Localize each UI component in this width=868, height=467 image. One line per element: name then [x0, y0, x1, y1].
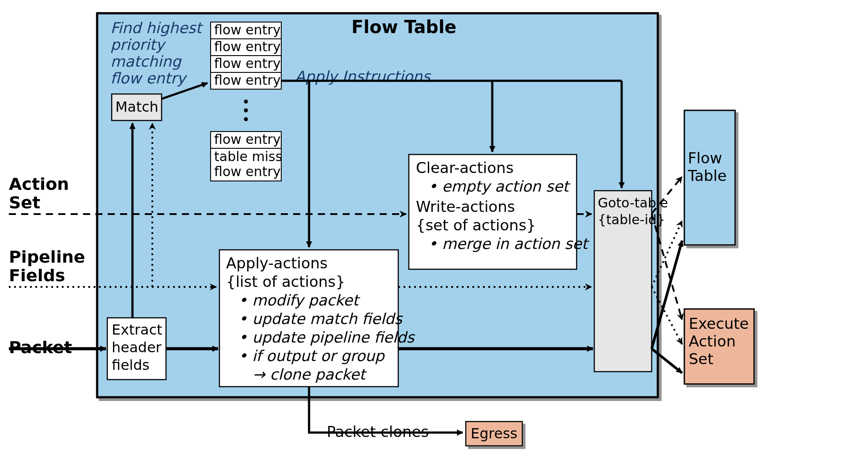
flow-entries-bottom: flow entry table missflow entry	[211, 132, 282, 181]
left-labels: ActionSet PipelineFields Packet	[9, 174, 85, 357]
svg-text:flow entry: flow entry	[214, 56, 281, 71]
svg-text:• modify packet: • modify packet	[238, 291, 361, 309]
next-flow-table-label: Flow Table	[687, 149, 727, 185]
svg-text:PipelineFields: PipelineFields	[9, 247, 85, 285]
svg-text:• update match fields: • update match fields	[238, 310, 403, 328]
svg-text:flow entry: flow entry	[214, 72, 281, 88]
svg-text:• merge in action set: • merge in action set	[428, 235, 590, 252]
flow-table-diagram: Flow Table Find highest priority matchin…	[0, 0, 868, 467]
svg-text:Write-actions: Write-actions	[416, 198, 515, 215]
svg-text:Apply-actions: Apply-actions	[226, 254, 328, 272]
svg-text:Clear-actions: Clear-actions	[416, 159, 513, 177]
svg-text:→ clone packet: → clone packet	[253, 365, 367, 383]
diagram-title: Flow Table	[351, 17, 457, 37]
svg-text:flow entry: flow entry	[214, 39, 281, 54]
svg-text:ActionSet: ActionSet	[9, 174, 69, 212]
svg-text:• empty action set: • empty action set	[428, 177, 571, 195]
svg-text:• update pipeline fields: • update pipeline fields	[238, 328, 415, 346]
svg-text:{list of actions}: {list of actions}	[226, 273, 345, 290]
match-label: Match	[115, 98, 159, 115]
svg-text:• if output or group: • if output or group	[238, 347, 385, 365]
svg-text:table missflow entry: table missflow entry	[214, 149, 282, 179]
svg-point-10	[244, 109, 248, 113]
svg-text:flow entry: flow entry	[214, 132, 281, 147]
flow-entries-top: flow entry flow entry flow entry flow en…	[211, 22, 281, 89]
egress-label: Egress	[471, 425, 517, 442]
vertical-dots-icon	[244, 100, 248, 121]
svg-point-9	[244, 100, 248, 104]
svg-text:{set of actions}: {set of actions}	[416, 216, 536, 234]
apply-instructions-annotation: Apply Instructions	[295, 68, 431, 85]
svg-text:flow entry: flow entry	[214, 22, 281, 38]
svg-point-11	[244, 117, 248, 121]
